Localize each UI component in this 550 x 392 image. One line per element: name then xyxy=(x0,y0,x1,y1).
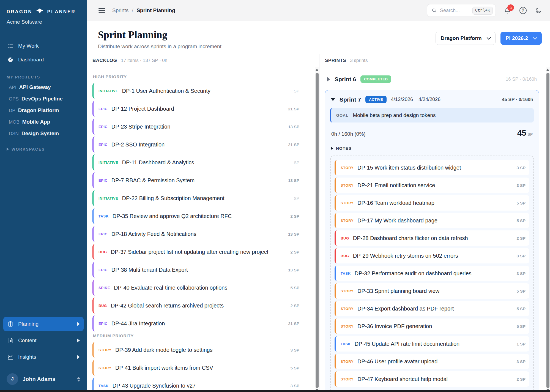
work-item[interactable]: STORYDP-36 Invoice PDF generation5 SP xyxy=(335,318,529,334)
scroll-up-arrow-icon[interactable] xyxy=(316,69,318,71)
project-code: OPS xyxy=(9,96,19,102)
work-item[interactable]: EPICDP-2 SSO Integration21 SP xyxy=(92,137,303,153)
sprint-6-row[interactable]: Sprint 6 COMPLETED 16 SP · 0/160h xyxy=(325,73,539,90)
work-item[interactable]: BUGDP-37 Sidebar project list not updati… xyxy=(92,244,303,260)
expand-arrow-icon[interactable] xyxy=(327,77,330,81)
top-bar: Sprints / Sprint Planning Ctrl+K 3 ? xyxy=(87,0,550,21)
item-points: 3 SP xyxy=(516,359,526,364)
item-type-badge: INITIATIVE xyxy=(98,89,118,93)
work-item[interactable]: EPICDP-44 Jira Integration21 SP xyxy=(92,315,303,331)
work-item[interactable]: BUGDP-28 Dashboard charts flicker on dat… xyxy=(335,230,529,246)
sidebar-project-ops[interactable]: OPSDevOps Pipeline xyxy=(7,93,80,105)
work-item[interactable]: EPICDP-12 Project Dashboard21 SP xyxy=(92,101,303,117)
user-name: John Adams xyxy=(23,376,55,382)
item-title: DP-29 Webhook retry storms on 502 errors xyxy=(353,253,458,259)
work-item[interactable]: EPICDP-38 Multi-tenant Data Export13 SP xyxy=(92,262,303,278)
sidebar-project-mob[interactable]: MOBMobile App xyxy=(7,116,80,128)
workspaces-toggle[interactable]: WORKSPACES xyxy=(0,139,87,159)
item-points: 1 SP xyxy=(516,342,526,346)
item-type-badge: STORY xyxy=(341,289,354,293)
work-item[interactable]: STORYDP-34 Export dashboard as PDF repor… xyxy=(335,301,529,316)
item-title: DP-39 Add dark mode toggle to settings xyxy=(115,347,213,353)
breadcrumb: Sprints / Sprint Planning xyxy=(112,7,175,13)
pi-selector-value: PI 2026.2 xyxy=(506,35,528,41)
sidebar-project-api[interactable]: APIAPI Gateway xyxy=(7,81,80,93)
collapse-arrow-icon[interactable] xyxy=(331,98,335,101)
help-button[interactable]: ? xyxy=(519,7,527,14)
work-item[interactable]: STORYDP-41 Bulk import work items from C… xyxy=(92,360,303,376)
sidebar-project-dp[interactable]: DPDragon Platform xyxy=(7,105,80,116)
notes-label: NOTES xyxy=(336,146,352,151)
dark-mode-toggle[interactable] xyxy=(535,7,542,14)
work-item[interactable]: STORYDP-39 Add dark mode toggle to setti… xyxy=(92,342,303,358)
sprint-dates: 4/13/2026 – 4/24/2026 xyxy=(391,97,440,102)
item-title: DP-45 Update API rate limit documentatio… xyxy=(355,341,459,347)
work-item[interactable]: TASKDP-45 Update API rate limit document… xyxy=(335,336,529,352)
item-points: 3 SP xyxy=(290,348,299,352)
sidebar-project-dsn[interactable]: DSNDesign System xyxy=(7,128,80,139)
item-title: DP-1 User Authentication & Security xyxy=(122,88,210,94)
search-box[interactable]: Ctrl+K xyxy=(427,4,496,17)
item-title: DP-21 Email notification service xyxy=(357,182,435,189)
pi-selector[interactable]: PI 2026.2 xyxy=(500,32,542,45)
work-item[interactable]: STORYDP-21 Email notification service3 S… xyxy=(335,178,529,193)
sidebar-item-label: Content xyxy=(18,337,37,344)
scroll-up-arrow-icon[interactable] xyxy=(546,69,549,71)
work-item[interactable]: EPICDP-7 RBAC & Permission System13 SP xyxy=(92,172,303,188)
project-selector[interactable]: Dragon Platform xyxy=(436,32,496,45)
notes-toggle[interactable]: NOTES xyxy=(330,146,534,151)
work-item[interactable]: STORYDP-15 Work item status distribution… xyxy=(335,160,529,175)
item-title: DP-33 Sprint planning board view xyxy=(357,288,439,294)
work-item[interactable]: BUGDP-42 Global search returns archived … xyxy=(92,298,303,314)
sprint-goal: GOAL Mobile beta prep and design tokens xyxy=(330,108,534,122)
work-item[interactable]: INITIATIVEDP-1 User Authentication & Sec… xyxy=(92,83,303,99)
backlog-scrollbar[interactable] xyxy=(315,67,319,392)
search-input[interactable] xyxy=(439,7,470,14)
work-item[interactable]: INITIATIVEDP-11 Dashboard & AnalyticsSP xyxy=(92,154,303,170)
chart-icon xyxy=(7,354,14,360)
item-type-badge: INITIATIVE xyxy=(98,160,118,165)
item-title: DP-47 Keyboard shortcut help modal xyxy=(357,376,448,382)
scrollbar-thumb[interactable] xyxy=(546,73,549,388)
scrollbar-thumb[interactable] xyxy=(316,73,319,388)
item-points: 5 SP xyxy=(516,324,526,329)
work-item[interactable]: TASKDP-35 Review and approve Q2 architec… xyxy=(92,208,303,224)
work-item[interactable]: INITIATIVEDP-22 Billing & Subscription M… xyxy=(92,190,303,206)
page-subtitle: Distribute work across sprints in a prog… xyxy=(98,43,221,50)
notifications-button[interactable]: 3 xyxy=(504,7,511,14)
sidebar-nav: My Work Dashboard xyxy=(0,32,87,67)
item-points: 3 SP xyxy=(516,183,526,188)
item-points: 5 SP xyxy=(290,285,299,290)
sprint-7-row[interactable]: Sprint 7 ACTIVE 4/13/2026 – 4/24/2026 45… xyxy=(330,94,534,106)
work-item[interactable]: TASKDP-32 Performance audit on dashboard… xyxy=(335,266,529,281)
work-item[interactable]: STORYDP-17 My Work dashboard page5 SP xyxy=(335,213,529,228)
work-item[interactable]: EPICDP-18 Activity Feed & Notifications1… xyxy=(92,226,303,242)
item-type-badge: EPIC xyxy=(98,268,108,272)
sidebar-item-planning[interactable]: Planning xyxy=(3,317,84,331)
work-item[interactable]: SPIKEDP-40 Evaluate real-time collaborat… xyxy=(92,280,303,296)
document-icon xyxy=(7,337,14,344)
work-item[interactable]: STORYDP-47 Keyboard shortcut help modal2… xyxy=(335,371,529,387)
sidebar-item-insights[interactable]: Insights xyxy=(3,350,84,364)
user-menu[interactable]: J John Adams xyxy=(0,368,87,392)
sidebar-item-my-work[interactable]: My Work xyxy=(4,39,83,53)
work-item[interactable]: STORYDP-16 Team workload heatmap5 SP xyxy=(335,195,529,211)
item-points: SP xyxy=(294,160,299,165)
sidebar-item-content[interactable]: Content xyxy=(3,333,84,348)
work-item[interactable]: STORYDP-46 User profile avatar upload3 S… xyxy=(335,354,529,369)
sprint-points-value: 45 xyxy=(517,129,526,138)
sprints-header: SPRINTS 3 sprints xyxy=(319,54,550,67)
breadcrumb-sprints[interactable]: Sprints xyxy=(112,7,128,13)
hours-progress: 0h / 160h (0%) xyxy=(331,131,366,137)
sprint-stats: 45 SP · 0/160h xyxy=(502,97,533,102)
sidebar-item-dashboard[interactable]: Dashboard xyxy=(4,53,83,67)
work-item[interactable]: EPICDP-23 Stripe Integration13 SP xyxy=(92,119,303,135)
work-item[interactable]: BUGDP-29 Webhook retry storms on 502 err… xyxy=(335,248,529,263)
item-title: DP-17 My Work dashboard page xyxy=(357,217,437,224)
hamburger-menu-icon[interactable] xyxy=(97,7,106,14)
backlog-list: HIGH PRIORITYINITIATIVEDP-1 User Authent… xyxy=(87,67,319,392)
project-name: Dragon Platform xyxy=(18,107,59,113)
sprints-title: SPRINTS xyxy=(325,58,346,63)
work-item[interactable]: STORYDP-33 Sprint planning board view5 S… xyxy=(335,283,529,299)
sprints-scrollbar[interactable] xyxy=(546,67,550,392)
